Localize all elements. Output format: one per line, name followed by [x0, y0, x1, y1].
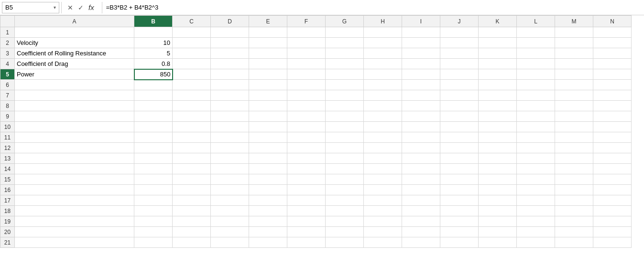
cell-c14[interactable]: [173, 164, 211, 174]
cell-a10[interactable]: [15, 122, 134, 132]
cell-m7[interactable]: [555, 90, 593, 101]
cell-d17[interactable]: [211, 195, 249, 206]
cell-e11[interactable]: [249, 132, 287, 143]
cell-n9[interactable]: [593, 111, 632, 122]
cell-n3[interactable]: [593, 48, 632, 59]
cell-m12[interactable]: [555, 143, 593, 153]
cell-l15[interactable]: [517, 174, 555, 185]
cell-e10[interactable]: [249, 122, 287, 132]
cell-a19[interactable]: [15, 216, 134, 227]
cell-f16[interactable]: [287, 185, 326, 195]
row-num-20[interactable]: 20: [0, 227, 15, 237]
cell-c5[interactable]: [173, 69, 211, 80]
cell-d5[interactable]: [211, 69, 249, 80]
cell-h20[interactable]: [364, 227, 402, 237]
cell-k8[interactable]: [479, 101, 517, 111]
cell-a5[interactable]: Power: [15, 69, 134, 80]
cell-k4[interactable]: [479, 59, 517, 69]
cell-m1[interactable]: [555, 27, 593, 38]
cell-m19[interactable]: [555, 216, 593, 227]
cell-l20[interactable]: [517, 227, 555, 237]
cell-h12[interactable]: [364, 143, 402, 153]
cell-a11[interactable]: [15, 132, 134, 143]
cell-f18[interactable]: [287, 206, 326, 216]
cell-e15[interactable]: [249, 174, 287, 185]
cell-i18[interactable]: [402, 206, 440, 216]
cell-b15[interactable]: [134, 174, 173, 185]
cell-h4[interactable]: [364, 59, 402, 69]
row-num-17[interactable]: 17: [0, 195, 15, 206]
cell-g20[interactable]: [326, 227, 364, 237]
cell-c16[interactable]: [173, 185, 211, 195]
cell-a14[interactable]: [15, 164, 134, 174]
cell-j6[interactable]: [440, 80, 479, 90]
row-num-19[interactable]: 19: [0, 216, 15, 227]
cell-b20[interactable]: [134, 227, 173, 237]
cell-a6[interactable]: [15, 80, 134, 90]
cell-k2[interactable]: [479, 38, 517, 48]
cell-b10[interactable]: [134, 122, 173, 132]
cell-f8[interactable]: [287, 101, 326, 111]
cell-i19[interactable]: [402, 216, 440, 227]
cell-l9[interactable]: [517, 111, 555, 122]
row-num-12[interactable]: 12: [0, 143, 15, 153]
cell-name-box[interactable]: B5 ▾: [2, 2, 59, 13]
cell-a21[interactable]: [15, 237, 134, 248]
row-num-14[interactable]: 14: [0, 164, 15, 174]
cell-b7[interactable]: [134, 90, 173, 101]
cell-i8[interactable]: [402, 101, 440, 111]
cell-k18[interactable]: [479, 206, 517, 216]
cell-k19[interactable]: [479, 216, 517, 227]
cell-e6[interactable]: [249, 80, 287, 90]
cell-i7[interactable]: [402, 90, 440, 101]
cell-i17[interactable]: [402, 195, 440, 206]
row-num-16[interactable]: 16: [0, 185, 15, 195]
cell-e21[interactable]: [249, 237, 287, 248]
cell-a20[interactable]: [15, 227, 134, 237]
cell-i11[interactable]: [402, 132, 440, 143]
cell-g6[interactable]: [326, 80, 364, 90]
col-header-k[interactable]: K: [479, 16, 517, 27]
cell-c19[interactable]: [173, 216, 211, 227]
cell-g15[interactable]: [326, 174, 364, 185]
cell-k1[interactable]: [479, 27, 517, 38]
cell-m15[interactable]: [555, 174, 593, 185]
cell-h17[interactable]: [364, 195, 402, 206]
cell-c15[interactable]: [173, 174, 211, 185]
cell-k6[interactable]: [479, 80, 517, 90]
cell-j21[interactable]: [440, 237, 479, 248]
cell-j15[interactable]: [440, 174, 479, 185]
cell-l11[interactable]: [517, 132, 555, 143]
cell-h18[interactable]: [364, 206, 402, 216]
cell-c20[interactable]: [173, 227, 211, 237]
cell-d1[interactable]: [211, 27, 249, 38]
cell-c3[interactable]: [173, 48, 211, 59]
cell-m17[interactable]: [555, 195, 593, 206]
cell-g21[interactable]: [326, 237, 364, 248]
cell-a12[interactable]: [15, 143, 134, 153]
cell-e1[interactable]: [249, 27, 287, 38]
cell-h14[interactable]: [364, 164, 402, 174]
cell-g13[interactable]: [326, 153, 364, 164]
row-num-15[interactable]: 15: [0, 174, 15, 185]
cell-e8[interactable]: [249, 101, 287, 111]
col-header-a[interactable]: A: [15, 16, 134, 27]
cell-h10[interactable]: [364, 122, 402, 132]
cell-c18[interactable]: [173, 206, 211, 216]
cell-d2[interactable]: [211, 38, 249, 48]
cell-d16[interactable]: [211, 185, 249, 195]
cell-b2[interactable]: 10: [134, 38, 173, 48]
cell-n1[interactable]: [593, 27, 632, 38]
cell-h15[interactable]: [364, 174, 402, 185]
cell-m13[interactable]: [555, 153, 593, 164]
cell-c8[interactable]: [173, 101, 211, 111]
cell-f15[interactable]: [287, 174, 326, 185]
cell-n10[interactable]: [593, 122, 632, 132]
cell-b5[interactable]: 850: [134, 69, 173, 80]
cell-i1[interactable]: [402, 27, 440, 38]
row-num-4[interactable]: 4: [0, 59, 15, 69]
row-num-2[interactable]: 2: [0, 38, 15, 48]
cell-i4[interactable]: [402, 59, 440, 69]
cell-k12[interactable]: [479, 143, 517, 153]
cell-b6[interactable]: [134, 80, 173, 90]
